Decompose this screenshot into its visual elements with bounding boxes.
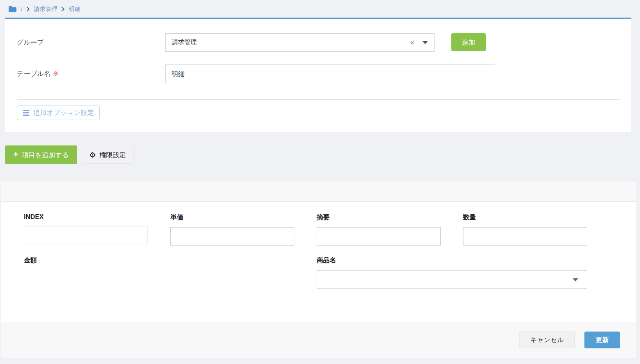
permissions-label: 権限設定: [99, 151, 126, 160]
required-mark: ※: [53, 70, 58, 77]
table-name-label-text: テーブル名: [17, 70, 50, 77]
field-product-name-label: 商品名: [317, 256, 587, 265]
caret-down-icon[interactable]: [422, 41, 428, 44]
field-summary-label: 摘要: [317, 213, 441, 222]
extra-options-label: 追加オプション設定: [33, 108, 94, 117]
field-quantity-label: 数量: [463, 213, 587, 222]
permissions-button[interactable]: ⚙ 権限設定: [82, 146, 133, 164]
field-summary: 摘要: [317, 213, 441, 246]
chevron-right-icon: [61, 7, 65, 12]
field-amount: 金額: [24, 256, 148, 289]
caret-down-icon: [573, 278, 578, 282]
fields-panel: INDEX 単価 摘要 数量 金額 商品名: [1, 181, 636, 358]
breadcrumb-item-group[interactable]: 請求管理: [34, 5, 57, 13]
group-label: グループ: [17, 33, 165, 47]
field-summary-input[interactable]: [317, 227, 441, 246]
folder-icon[interactable]: [8, 5, 17, 13]
table-name-label: テーブル名※: [17, 65, 165, 78]
field-index-input[interactable]: [24, 226, 148, 244]
field-unit-price-label: 単価: [170, 213, 294, 222]
add-field-label: 項目を追加する: [22, 151, 69, 160]
table-settings-panel: グループ 請求管理 × 追加 テーブル名※ 追加オプション設定: [5, 18, 631, 132]
field-quantity: 数量: [463, 213, 587, 246]
panel-divider: [17, 99, 620, 100]
cancel-button[interactable]: キャンセル: [519, 332, 575, 348]
group-select-value: 請求管理: [172, 38, 410, 47]
gear-icon: ⚙: [89, 151, 96, 159]
product-name-select[interactable]: [317, 270, 587, 289]
field-unit-price: 単価: [170, 213, 294, 246]
table-name-input[interactable]: [165, 65, 495, 83]
update-button[interactable]: 更新: [584, 332, 620, 348]
breadcrumb-item-page[interactable]: 明細: [69, 5, 80, 13]
add-group-button[interactable]: 追加: [451, 33, 486, 51]
plus-icon: +: [13, 150, 18, 159]
extra-options-button[interactable]: 追加オプション設定: [17, 106, 100, 120]
group-row: グループ 請求管理 × 追加: [17, 33, 620, 52]
clear-selection-icon[interactable]: ×: [410, 39, 415, 47]
breadcrumb-root[interactable]: /: [21, 6, 22, 13]
toolbar: + 項目を追加する ⚙ 権限設定: [5, 145, 133, 164]
hamburger-icon: [23, 110, 29, 116]
field-unit-price-input[interactable]: [170, 227, 294, 246]
chevron-right-icon: [26, 7, 30, 12]
field-product-name: 商品名: [317, 256, 587, 289]
field-quantity-input[interactable]: [463, 227, 587, 246]
add-field-button[interactable]: + 項目を追加する: [5, 145, 77, 164]
fields-panel-body: INDEX 単価 摘要 数量 金額 商品名: [1, 202, 636, 322]
fields-row-2: 金額 商品名: [24, 256, 613, 289]
fields-panel-footer: キャンセル 更新: [1, 322, 636, 358]
fields-panel-header: [1, 181, 636, 202]
field-amount-label: 金額: [24, 256, 148, 265]
group-select[interactable]: 請求管理 ×: [165, 33, 434, 52]
field-index: INDEX: [24, 213, 148, 246]
fields-row-1: INDEX 単価 摘要 数量: [24, 213, 613, 246]
field-index-label: INDEX: [24, 213, 148, 221]
table-name-row: テーブル名※: [17, 65, 620, 83]
breadcrumb: / 請求管理 明細: [8, 4, 80, 14]
